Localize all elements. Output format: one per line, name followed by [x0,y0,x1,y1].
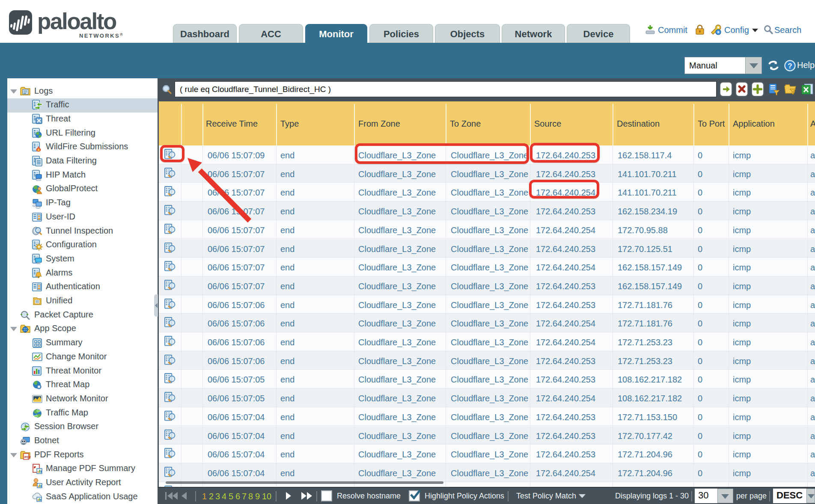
svg-text:?: ? [788,62,792,70]
